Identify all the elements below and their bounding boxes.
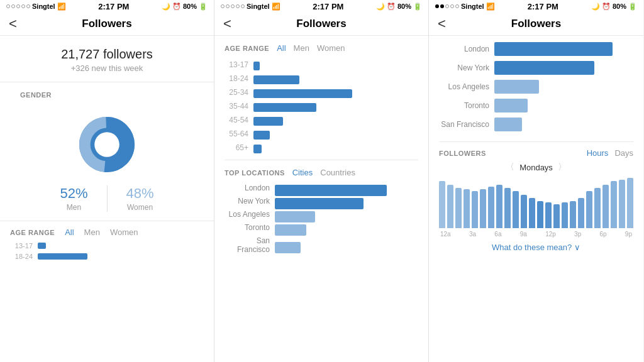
city-bar-track: [494, 42, 633, 56]
age-bar-track: [253, 62, 418, 68]
tab-cities[interactable]: Cities: [292, 168, 313, 177]
city-name: New York: [439, 63, 489, 72]
city-row: New York: [439, 61, 633, 75]
followers-new: +326 new this week: [0, 63, 214, 73]
moon-icon-3: 🌙: [591, 3, 600, 11]
back-button-3[interactable]: <: [438, 16, 446, 32]
bar-column: [545, 178, 552, 228]
city-name: London: [439, 45, 489, 53]
dot: [450, 4, 454, 8]
tab-all-2[interactable]: All: [277, 43, 286, 53]
bar-fill: [578, 198, 584, 228]
bar-column: [521, 178, 527, 228]
dot: [435, 4, 439, 8]
age-label: 45-54: [225, 116, 248, 124]
city-label: London: [225, 184, 270, 192]
dot: [226, 4, 230, 8]
age-row: 25-34: [225, 88, 418, 97]
location-tabs: Cities Countries: [292, 168, 355, 177]
status-left-2: Singtel 📶: [221, 3, 280, 11]
tab-days[interactable]: Days: [614, 148, 633, 158]
panel1-content: 21,727 followers +326 new this week GEND…: [0, 36, 214, 362]
top-cities-bars: London New York Los Angeles Toronto San …: [439, 36, 633, 141]
header-3: < Followers: [429, 13, 643, 36]
header-1: < Followers: [0, 13, 214, 36]
bar-column: [553, 178, 560, 228]
loc-bar-fill: [275, 211, 315, 222]
age-tab-all-1[interactable]: All: [65, 228, 74, 237]
next-day-icon[interactable]: 〉: [558, 162, 567, 173]
pie-container: [10, 110, 204, 179]
bar-fill: [545, 202, 552, 228]
city-bar-track: [494, 80, 633, 94]
battery-icon-1: 🔋: [199, 3, 208, 11]
age-bars-1: 13-17 18-24: [10, 242, 204, 260]
bar-fill: [553, 204, 560, 228]
bar-column: [472, 178, 478, 228]
loc-row: Toronto: [225, 223, 418, 232]
bar-fill: [496, 185, 502, 228]
time-tabs: Hours Days: [587, 148, 633, 158]
loc-bar-fill: [275, 242, 301, 253]
x-label: 9a: [520, 231, 527, 238]
bar-fill: [594, 188, 601, 228]
battery-2: 80%: [397, 3, 411, 10]
bar-column: [627, 178, 633, 228]
age-label: 65+: [225, 143, 248, 152]
tab-women-2[interactable]: Women: [317, 43, 345, 53]
age-label: 18-24: [225, 74, 248, 83]
back-button-1[interactable]: <: [9, 16, 17, 32]
prev-day-icon[interactable]: 〈: [506, 162, 514, 173]
city-name: Toronto: [439, 101, 489, 110]
bar-column: [455, 178, 462, 228]
bar-column: [513, 178, 519, 228]
bar-fill: [464, 189, 470, 228]
city-name: Los Angeles: [439, 82, 489, 91]
panel3-content: London New York Los Angeles Toronto San …: [429, 36, 643, 362]
city-label: Los Angeles: [225, 210, 270, 219]
bar-chart: [439, 178, 633, 228]
tab-men-2[interactable]: Men: [294, 43, 309, 53]
city-row: Toronto: [439, 99, 633, 112]
top-locations-header: TOP LOCATIONS Cities Countries: [225, 168, 418, 177]
age-tabs-2: All Men Women: [277, 43, 345, 53]
dot: [16, 4, 20, 8]
age-bar-track: [38, 253, 204, 260]
header-title-3: Followers: [511, 18, 561, 30]
panel-1: Singtel 📶 2:17 PM 🌙 ⏰ 80% 🔋 < Followers …: [0, 0, 214, 362]
bar-column: [586, 178, 592, 228]
back-button-2[interactable]: <: [223, 16, 231, 32]
age-label: 35-44: [225, 102, 248, 111]
gender-label: GENDER: [10, 82, 204, 104]
tab-countries[interactable]: Countries: [320, 168, 355, 177]
bar-column: [447, 178, 453, 228]
age-tab-men-1[interactable]: Men: [84, 228, 100, 237]
bar-fill: [619, 180, 625, 228]
moon-icon-2: 🌙: [376, 3, 385, 11]
age-range-label-2: AGE RANGE: [225, 45, 269, 52]
time-2: 2:17 PM: [313, 2, 343, 11]
what-mean-link[interactable]: What do these mean? ∨: [439, 243, 633, 252]
age-tab-women-1[interactable]: Women: [110, 228, 138, 237]
bar-column: [529, 178, 535, 228]
x-label: 6p: [599, 231, 606, 238]
day-label: Mondays: [519, 163, 553, 172]
location-bars: London New York Los Angeles Toronto San …: [225, 184, 418, 254]
city-label: San Francisco: [225, 236, 270, 254]
tab-hours[interactable]: Hours: [587, 148, 609, 158]
age-label: 18-24: [10, 253, 33, 260]
age-header-1: AGE RANGE All Men Women: [10, 228, 204, 237]
carrier-1: Singtel: [32, 3, 55, 10]
age-range-label-1: AGE RANGE: [10, 229, 55, 236]
loc-bar-fill: [275, 185, 387, 196]
dot: [221, 4, 225, 8]
age-label: 25-34: [225, 88, 248, 97]
city-bar-fill: [494, 42, 613, 56]
dot: [6, 4, 10, 8]
age-bar-fill: [253, 117, 283, 126]
bar-fill: [611, 181, 617, 228]
city-bar-track: [494, 61, 633, 75]
panel2-content: AGE RANGE All Men Women 13-17 18-24 25-3…: [214, 36, 428, 362]
loc-row: San Francisco: [225, 236, 418, 254]
gender-divider: [107, 185, 108, 212]
